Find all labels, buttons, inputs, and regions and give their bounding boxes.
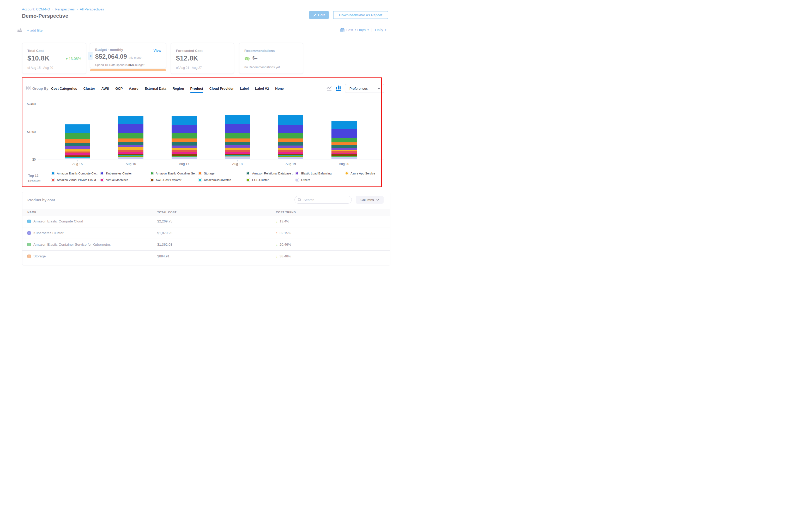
line-chart-icon[interactable] bbox=[326, 86, 332, 91]
breadcrumb-item[interactable]: Account: CCM-NG bbox=[22, 7, 50, 11]
bar-segment[interactable] bbox=[225, 156, 250, 159]
bar-segment[interactable] bbox=[118, 145, 144, 147]
bar-segment[interactable] bbox=[118, 152, 144, 154]
group-by-tab-cluster[interactable]: Cluster bbox=[83, 87, 95, 91]
bar-chart-icon[interactable] bbox=[336, 86, 341, 91]
group-by-tab-product[interactable]: Product bbox=[190, 87, 203, 91]
bar-segment[interactable] bbox=[331, 157, 357, 159]
bar-segment[interactable] bbox=[225, 150, 250, 152]
stacked-bar-aug-20[interactable] bbox=[331, 121, 357, 159]
bar-segment[interactable] bbox=[172, 116, 197, 125]
bar-segment[interactable] bbox=[278, 150, 303, 152]
stacked-bar-aug-16[interactable] bbox=[118, 116, 144, 159]
bar-segment[interactable] bbox=[172, 146, 197, 148]
table-row[interactable]: Amazon Elastic Container Service for Kub… bbox=[22, 239, 390, 251]
bar-segment[interactable] bbox=[172, 148, 197, 150]
bar-segment[interactable] bbox=[65, 133, 90, 139]
bar-segment[interactable] bbox=[278, 152, 303, 154]
bar-segment[interactable] bbox=[278, 138, 303, 142]
budget-view-link[interactable]: View bbox=[154, 49, 161, 52]
breadcrumb-item[interactable]: All Perspectives bbox=[80, 7, 104, 11]
group-by-tab-label[interactable]: Label bbox=[240, 87, 249, 91]
bar-segment[interactable] bbox=[118, 142, 144, 145]
bar-segment[interactable] bbox=[278, 148, 303, 150]
bar-segment[interactable] bbox=[278, 157, 303, 159]
filter-sliders-icon[interactable] bbox=[17, 28, 22, 32]
bar-segment[interactable] bbox=[225, 133, 250, 138]
bar-segment[interactable] bbox=[278, 146, 303, 148]
granularity-dropdown[interactable]: Daily ▾ bbox=[375, 28, 386, 32]
bar-segment[interactable] bbox=[331, 121, 357, 129]
group-by-tab-aws[interactable]: AWS bbox=[101, 87, 109, 91]
stacked-bar-aug-15[interactable] bbox=[65, 125, 90, 159]
bar-segment[interactable] bbox=[331, 129, 357, 138]
date-range-dropdown[interactable]: Last 7 Days ▾ bbox=[340, 28, 369, 32]
cell-total-cost: $884.91 bbox=[157, 254, 276, 258]
bar-segment[interactable] bbox=[118, 157, 144, 159]
group-by-tab-none[interactable]: None bbox=[275, 87, 284, 91]
columns-label: Columns bbox=[360, 198, 374, 202]
bar-segment[interactable] bbox=[331, 145, 357, 148]
bar-segment[interactable] bbox=[172, 150, 197, 152]
bar-segment[interactable] bbox=[65, 125, 90, 133]
bar-segment[interactable] bbox=[225, 148, 250, 150]
bar-segment[interactable] bbox=[331, 142, 357, 145]
bar-segment[interactable] bbox=[172, 152, 197, 154]
table-row[interactable]: Kubernetes Cluster$1,879.25↑32.15% bbox=[22, 227, 390, 239]
bar-segment[interactable] bbox=[65, 146, 90, 149]
bar-segment[interactable] bbox=[225, 152, 250, 154]
preferences-dropdown[interactable]: Preferences bbox=[345, 84, 384, 93]
bar-segment[interactable] bbox=[118, 133, 144, 138]
bar-segment[interactable] bbox=[118, 150, 144, 152]
bar-segment[interactable] bbox=[331, 151, 357, 153]
row-color-swatch bbox=[27, 231, 31, 235]
bar-segment[interactable] bbox=[331, 154, 357, 156]
group-by-tab-region[interactable]: Region bbox=[173, 87, 184, 91]
bar-segment[interactable] bbox=[225, 142, 250, 145]
download-save-report-button[interactable]: Download/Save as Report bbox=[333, 11, 388, 19]
bar-segment[interactable] bbox=[118, 147, 144, 150]
bar-segment[interactable] bbox=[118, 116, 144, 125]
bar-segment[interactable] bbox=[278, 133, 303, 139]
group-by-tab-cost-categories[interactable]: Cost Categories bbox=[51, 87, 77, 91]
carousel-left-arrow-button[interactable]: ◀ bbox=[88, 52, 93, 60]
bar-segment[interactable] bbox=[118, 124, 144, 133]
bar-segment[interactable] bbox=[65, 158, 90, 159]
bar-segment[interactable] bbox=[331, 148, 357, 150]
bar-segment[interactable] bbox=[172, 133, 197, 138]
stacked-bar-aug-17[interactable] bbox=[172, 116, 197, 159]
bar-segment[interactable] bbox=[65, 149, 90, 152]
bar-segment[interactable] bbox=[278, 115, 303, 126]
bar-segment[interactable] bbox=[278, 125, 303, 133]
bar-segment[interactable] bbox=[225, 145, 250, 148]
bar-segment[interactable] bbox=[118, 138, 144, 142]
search-input[interactable] bbox=[304, 198, 345, 202]
bar-segment[interactable] bbox=[65, 139, 90, 143]
bar-segment[interactable] bbox=[65, 152, 90, 154]
bar-segment[interactable] bbox=[65, 153, 90, 155]
group-by-tab-external-data[interactable]: External Data bbox=[145, 87, 166, 91]
bar-segment[interactable] bbox=[331, 138, 357, 142]
trend-down-arrow-icon: ↓ bbox=[276, 243, 278, 247]
bar-segment[interactable] bbox=[172, 138, 197, 142]
add-filter-button[interactable]: + add filter bbox=[27, 28, 43, 32]
group-by-tab-azure[interactable]: Azure bbox=[129, 87, 138, 91]
table-row[interactable]: Storage$884.91↓38.48% bbox=[22, 251, 390, 262]
table-row[interactable]: Amazon Elastic Compute Cloud$2,269.75↓13… bbox=[22, 216, 390, 227]
bar-segment[interactable] bbox=[172, 142, 197, 146]
bar-segment[interactable] bbox=[172, 157, 197, 159]
breadcrumb-item[interactable]: Perspectives bbox=[55, 7, 75, 11]
bar-segment[interactable] bbox=[225, 115, 250, 124]
bar-segment[interactable] bbox=[65, 143, 90, 146]
bar-segment[interactable] bbox=[225, 124, 250, 133]
group-by-tab-cloud-provider[interactable]: Cloud Provider bbox=[209, 87, 234, 91]
bar-segment[interactable] bbox=[225, 138, 250, 142]
bar-segment[interactable] bbox=[278, 142, 303, 146]
stacked-bar-aug-19[interactable] bbox=[278, 115, 303, 159]
edit-button[interactable]: Edit bbox=[309, 11, 329, 19]
columns-dropdown[interactable]: Columns bbox=[356, 196, 384, 204]
group-by-tab-gcp[interactable]: GCP bbox=[115, 87, 122, 91]
bar-segment[interactable] bbox=[172, 125, 197, 133]
group-by-tab-label-v2[interactable]: Label V2 bbox=[255, 87, 269, 91]
stacked-bar-aug-18[interactable] bbox=[225, 115, 250, 159]
